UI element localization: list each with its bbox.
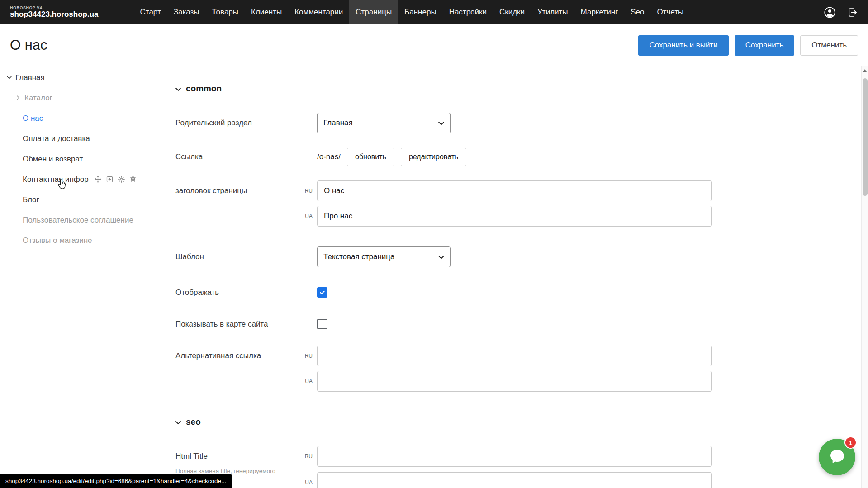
sitemap-label: Показывать в карте сайта [175,319,317,329]
chevron-down-icon [5,76,14,79]
logout-icon[interactable] [847,7,858,18]
nav-otchety[interactable]: Отчеты [650,0,690,24]
html-title-ua-input[interactable] [317,472,712,488]
nav-stranitsy[interactable]: Страницы [349,0,398,24]
nav-nastroyki[interactable]: Настройки [443,0,493,24]
nav-klienty[interactable]: Клиенты [245,0,288,24]
sidebar-item-blog[interactable]: Блог [0,190,159,210]
link-path-value: /o-nas/ [317,152,341,161]
sidebar-item-kontaktnaya[interactable]: Контактная инфор [0,169,159,190]
chevron-down-icon [438,252,444,261]
top-navigation: Старт Заказы Товары Клиенты Комментарии … [134,0,690,24]
sidebar-item-o-nas[interactable]: О нас [0,108,159,128]
brand-domain: shop34423.horoshop.ua [10,10,99,19]
alt-link-ru-input[interactable] [317,346,712,366]
page-header: О нас Сохранить и выйти Сохранить Отмени… [0,24,868,66]
sidebar-item-glavnaya[interactable]: Главная [0,67,159,88]
lang-ua-label: UA [299,479,313,486]
tree-item-label: Главная [15,73,45,82]
vertical-scrollbar[interactable] [861,66,868,488]
section-title: common [186,84,222,94]
nav-skidki[interactable]: Скидки [493,0,531,24]
nav-zakazy[interactable]: Заказы [167,0,206,24]
link-label: Ссылка [175,148,317,166]
sidebar-item-otzyvy[interactable]: Отзывы о магазине [0,230,159,251]
move-icon[interactable] [94,175,102,183]
section-common-toggle[interactable]: common [175,84,868,94]
html-title-label: Html Title [175,446,317,467]
tree-item-label: Пользовательское соглашение [23,216,133,225]
brand-version: HOROSHOP V4 [10,5,99,10]
chevron-right-icon [14,95,23,100]
lang-ua-label: UA [299,378,313,384]
save-button[interactable]: Сохранить [735,35,794,56]
template-select[interactable]: Текстовая страница [317,246,451,267]
scrollbar-thumb[interactable] [863,78,868,196]
nav-utility[interactable]: Утилиты [531,0,574,24]
nav-tovary[interactable]: Товары [206,0,245,24]
lang-ru-label: RU [299,453,313,460]
sitemap-checkbox[interactable] [317,319,327,329]
display-checkbox[interactable] [317,287,327,298]
nav-marketing[interactable]: Маркетинг [574,0,625,24]
tree-item-label: Контактная инфор [23,175,89,184]
lang-ru-label: RU [299,188,313,194]
chat-bubble-icon [828,447,846,467]
alt-link-label: Альтернативная ссылка [175,346,317,366]
delete-icon[interactable] [129,175,137,183]
page-title-field-label: заголовок страницы [175,180,317,201]
nav-seo[interactable]: Seo [624,0,650,24]
tree-item-label: О нас [23,114,43,123]
select-value: Текстовая страница [323,252,395,261]
display-label: Отображать [175,287,317,298]
account-icon[interactable] [824,6,836,19]
nav-bannery[interactable]: Баннеры [398,0,443,24]
page-title-ru-input[interactable] [317,180,712,201]
sidebar-item-obmen[interactable]: Обмен и возврат [0,149,159,169]
sidebar-item-polzovatelskoe[interactable]: Пользовательское соглашение [0,210,159,230]
parent-section-select[interactable]: Главная [317,113,451,133]
tree-item-label: Отзывы о магазине [23,236,92,245]
chevron-down-icon [175,417,181,427]
sidebar-item-katalog[interactable]: Каталог [0,88,159,108]
template-label: Шаблон [175,246,317,267]
alt-link-ua-input[interactable] [317,371,712,392]
html-title-ru-input[interactable] [317,446,712,467]
topbar: HOROSHOP V4 shop34423.horoshop.ua Старт … [0,0,868,24]
save-exit-button[interactable]: Сохранить и выйти [638,35,728,56]
tree-item-label: Каталог [24,94,52,103]
parent-section-label: Родительский раздел [175,113,317,133]
tree-item-label: Блог [23,195,39,204]
status-url-tooltip: shop34423.horoshop.ua/edit/edit.php?id=6… [0,474,232,488]
brand[interactable]: HOROSHOP V4 shop34423.horoshop.ua [10,5,99,19]
link-update-button[interactable]: обновить [347,148,394,166]
section-title: seo [186,417,201,427]
nav-kommentarii[interactable]: Комментарии [288,0,349,24]
chat-widget-button[interactable]: 1 [819,439,855,475]
page-title-ua-input[interactable] [317,206,712,227]
chat-unread-badge: 1 [844,436,857,449]
tree-item-label: Оплата и доставка [23,134,90,143]
section-seo-toggle[interactable]: seo [175,417,868,427]
link-edit-button[interactable]: редактировать [401,148,466,166]
scroll-up-arrow[interactable] [862,66,868,74]
lang-ru-label: RU [299,353,313,359]
chevron-down-icon [438,118,444,128]
chevron-down-icon [175,84,181,94]
tree-item-label: Обмен и возврат [23,155,83,164]
sidebar-item-oplata[interactable]: Оплата и доставка [0,128,159,149]
settings-icon[interactable] [118,175,125,183]
add-page-icon[interactable] [106,175,114,183]
pages-tree-sidebar: Главная Каталог О нас Оплата и доставка … [0,66,159,488]
lang-ua-label: UA [299,213,313,219]
nav-start[interactable]: Старт [134,0,167,24]
select-value: Главная [323,118,353,128]
page-title: О нас [10,37,47,53]
page-edit-form: common Родительский раздел Главная Ссылк… [159,66,868,488]
cancel-button[interactable]: Отменить [800,35,858,56]
